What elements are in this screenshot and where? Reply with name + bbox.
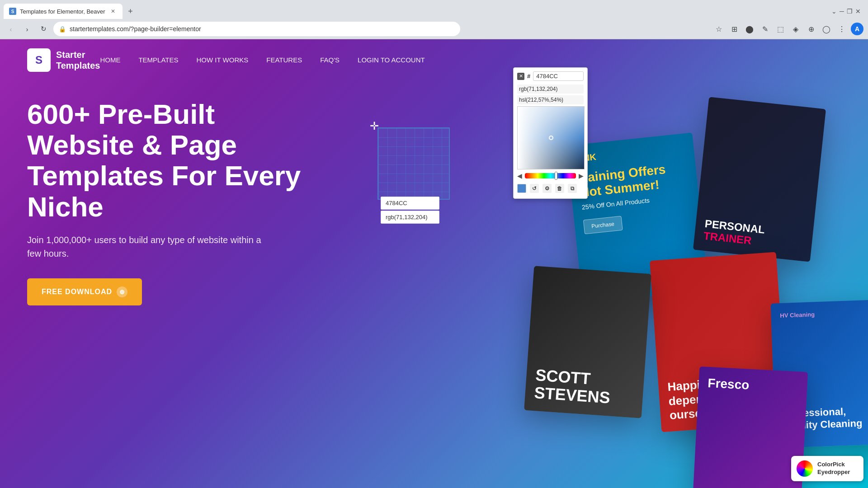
address-bar-row: ‹ › ↻ 🔒 startertemplates.com/?page-build…: [0, 19, 868, 39]
close-browser-button[interactable]: ✕: [855, 8, 861, 15]
selected-region: [377, 127, 450, 200]
colorpick-eyedropper-widget[interactable]: ColorPick Eyedropper: [791, 456, 863, 481]
tab-favicon: S: [9, 8, 16, 15]
hue-right-arrow[interactable]: ▶: [579, 172, 584, 179]
nav-templates[interactable]: TEMPLATES: [138, 56, 178, 64]
nav-how-it-works[interactable]: HOW IT WORKS: [197, 56, 249, 64]
delete-tool[interactable]: 🗑: [555, 184, 564, 193]
hero-subtitle: Join 1,000,000+ users to build any type …: [27, 233, 262, 260]
hue-slider-row: ◀ ▶: [517, 172, 584, 179]
hue-thumb[interactable]: [555, 172, 557, 180]
color-picker-close[interactable]: ✕: [517, 73, 524, 80]
back-button[interactable]: ‹: [5, 23, 17, 35]
chrome-extension-3[interactable]: ⬚: [774, 23, 787, 35]
profile-button[interactable]: A: [851, 23, 863, 35]
color-canvas-crosshair: [549, 136, 553, 140]
reload-button[interactable]: ↻: [37, 23, 50, 35]
color-tooltip: 4784CC rgb(71,132,204): [381, 197, 439, 224]
extensions-puzzle-icon[interactable]: ⊞: [728, 23, 741, 35]
color-picker-popup[interactable]: ✕ # rgb(71,132,204) hsl(212,57%,54%) ◀ ▶…: [513, 67, 588, 199]
chrome-extension-2[interactable]: ✎: [759, 23, 771, 35]
refresh-tool[interactable]: ↺: [530, 184, 539, 193]
current-color-swatch: [517, 184, 526, 193]
tab-bar: S Templates for Elementor, Beaver ✕ + ⌄ …: [0, 0, 868, 19]
tab-close-button[interactable]: ✕: [109, 7, 117, 15]
tab-title: Templates for Elementor, Beaver: [20, 8, 105, 15]
address-bar[interactable]: 🔒 startertemplates.com/?page-builder=ele…: [53, 22, 460, 36]
website-content: S Starter Templates HOME TEMPLATES HOW I…: [0, 39, 868, 488]
tab-list-button[interactable]: ⌄: [831, 8, 837, 15]
color-picker-toolbar: ↺ ⚙ 🗑 ⧉: [517, 182, 584, 195]
chrome-menu-button[interactable]: ⋮: [835, 23, 848, 35]
chrome-extension-5[interactable]: ⊕: [805, 23, 817, 35]
hsl-value-display: hsl(212,57%,54%): [517, 95, 584, 104]
active-tab[interactable]: S Templates for Elementor, Beaver ✕: [4, 4, 123, 19]
minimize-button[interactable]: ─: [840, 8, 844, 15]
colorpick-label: ColorPick Eyedropper: [817, 461, 850, 476]
nav-home[interactable]: HOME: [100, 56, 120, 64]
tab-controls: ⌄ ─ ❐ ✕: [831, 8, 864, 15]
cta-label: FREE DOWNLOAD: [42, 288, 112, 296]
nav-login[interactable]: LOGIN TO ACCOUNT: [358, 56, 425, 64]
main-navigation: HOME TEMPLATES HOW IT WORKS FEATURES FAQ…: [100, 56, 425, 64]
chrome-extension-6[interactable]: ◯: [820, 23, 833, 35]
copy-tool[interactable]: ⧉: [568, 184, 577, 193]
color-canvas[interactable]: [517, 106, 585, 169]
settings-tool[interactable]: ⚙: [542, 184, 552, 193]
bookmark-star-icon[interactable]: ☆: [712, 23, 725, 35]
url-text: startertemplates.com/?page-builder=eleme…: [70, 25, 201, 33]
rgb-value-display: rgb(71,132,204): [517, 84, 584, 94]
logo-text: Starter Templates: [56, 49, 100, 71]
hero-title: 600+ Pre-Built Website & Page Templates …: [27, 99, 321, 222]
toolbar-icons: ☆ ⊞ ⬤ ✎ ⬚ ◈ ⊕ ◯ ⋮ A: [712, 23, 863, 35]
free-download-button[interactable]: FREE DOWNLOAD ⊕: [27, 278, 142, 305]
colorpick-logo: [797, 460, 813, 477]
cta-icon: ⊕: [117, 286, 127, 297]
forward-button[interactable]: ›: [21, 23, 33, 35]
site-header: S Starter Templates HOME TEMPLATES HOW I…: [0, 39, 868, 81]
hue-slider[interactable]: [525, 173, 576, 178]
tooltip-rgb: rgb(71,132,204): [381, 211, 439, 224]
template-card-fresco[interactable]: Fresco: [693, 366, 808, 488]
nav-features[interactable]: FEATURES: [266, 56, 302, 64]
nav-faqs[interactable]: FAQ'S: [320, 56, 340, 64]
color-hex-input[interactable]: [533, 71, 584, 81]
hue-left-arrow[interactable]: ◀: [517, 172, 522, 179]
chrome-extension-1[interactable]: ⬤: [743, 23, 756, 35]
chrome-extension-4[interactable]: ◈: [789, 23, 802, 35]
browser-chrome: S Templates for Elementor, Beaver ✕ + ⌄ …: [0, 0, 868, 39]
tooltip-hex: 4784CC: [381, 197, 439, 210]
restore-button[interactable]: ❐: [847, 8, 853, 15]
site-logo[interactable]: S Starter Templates: [27, 48, 100, 72]
logo-icon: S: [27, 48, 51, 72]
new-tab-button[interactable]: +: [124, 5, 137, 18]
color-hash-symbol: #: [527, 73, 530, 80]
ssl-lock-icon: 🔒: [59, 26, 66, 33]
